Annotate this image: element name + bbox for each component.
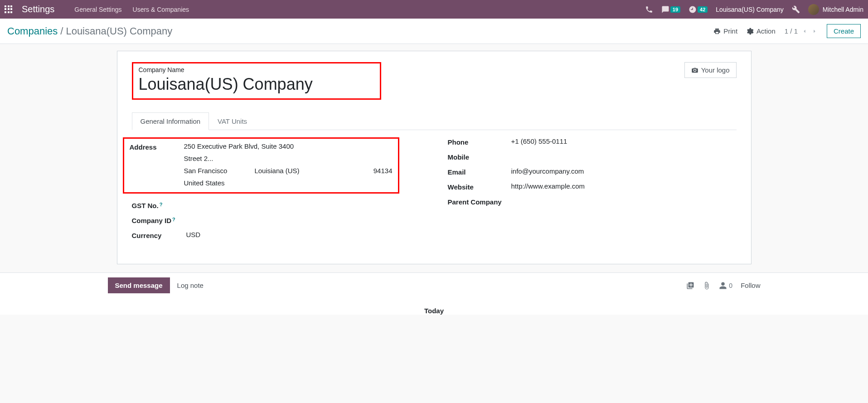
camera-icon (691, 67, 698, 74)
tab-vat-units[interactable]: VAT Units (209, 112, 256, 130)
address-street2[interactable]: Street 2... (184, 155, 393, 162)
messages-icon[interactable]: 19 (661, 5, 680, 14)
menu-users-companies[interactable]: Users & Companies (133, 6, 189, 13)
email-value[interactable]: info@yourcompany.com (511, 167, 737, 176)
website-value[interactable]: http://www.example.com (511, 182, 737, 191)
company-name-box: Company Name Louisana(US) Company (132, 62, 381, 100)
address-box: Address 250 Executive Park Blvd, Suite 3… (123, 137, 399, 194)
address-label: Address (130, 142, 184, 187)
address-country[interactable]: United States (184, 179, 393, 187)
followers-icon[interactable]: 0 (719, 282, 732, 290)
action-label: Action (756, 27, 776, 35)
pager-next-icon[interactable] (811, 28, 818, 34)
your-logo-button[interactable]: Your logo (684, 62, 737, 78)
messages-badge: 19 (670, 6, 680, 13)
tab-general-information[interactable]: General Information (132, 112, 209, 130)
send-message-button[interactable]: Send message (108, 277, 170, 293)
company-id-value[interactable] (186, 216, 421, 224)
your-logo-label: Your logo (701, 66, 730, 74)
gst-label: GST No.? (132, 201, 186, 209)
phone-label: Phone (448, 137, 511, 146)
email-label: Email (448, 167, 511, 176)
activities-badge: 42 (698, 6, 708, 13)
action-button[interactable]: Action (747, 27, 776, 35)
company-id-label: Company ID? (132, 216, 186, 224)
breadcrumb-current: Louisana(US) Company (66, 25, 172, 37)
app-title[interactable]: Settings (22, 4, 54, 15)
control-panel: Companies / Louisana(US) Company Print A… (0, 19, 868, 44)
mobile-label: Mobile (448, 152, 511, 161)
print-button[interactable]: Print (713, 27, 737, 35)
log-note-button[interactable]: Log note (170, 277, 211, 293)
tabs: General Information VAT Units (132, 112, 737, 130)
print-label: Print (723, 27, 737, 35)
address-street[interactable]: 250 Executive Park Blvd, Suite 3400 (184, 142, 393, 150)
parent-company-value[interactable] (520, 197, 737, 206)
pager: 1 / 1 (785, 27, 818, 35)
company-switcher[interactable]: Louisana(US) Company (716, 6, 783, 13)
gst-value[interactable] (186, 201, 421, 209)
parent-company-label: Parent Company (448, 197, 520, 206)
activities-icon[interactable]: 42 (689, 5, 708, 14)
top-navbar: Settings General Settings Users & Compan… (0, 0, 868, 19)
phone-value[interactable]: +1 (650) 555-0111 (511, 137, 737, 146)
create-button[interactable]: Create (827, 24, 861, 38)
mobile-value[interactable] (511, 152, 737, 161)
breadcrumb-separator: / (60, 25, 63, 37)
apps-icon[interactable] (5, 5, 13, 14)
address-state[interactable]: Louisiana (US) (254, 167, 299, 175)
user-name: Mitchell Admin (823, 6, 863, 13)
user-menu[interactable]: Mitchell Admin (808, 4, 863, 15)
currency-label: Currency (132, 231, 186, 239)
chatter: Send message Log note 0 Follow Today (0, 272, 868, 315)
breadcrumb: Companies / Louisana(US) Company (7, 25, 172, 37)
pager-prev-icon[interactable] (801, 28, 808, 34)
pager-text: 1 / 1 (785, 27, 798, 35)
followers-count: 0 (729, 282, 732, 289)
company-name-value[interactable]: Louisana(US) Company (139, 74, 374, 94)
help-icon[interactable]: ? (172, 217, 175, 222)
avatar (808, 4, 819, 15)
debug-icon[interactable] (792, 5, 800, 14)
help-icon[interactable]: ? (160, 202, 163, 207)
form-sheet: Company Name Louisana(US) Company Your l… (117, 51, 752, 264)
attachment-clip-icon[interactable] (703, 282, 711, 290)
address-zip[interactable]: 94134 (373, 167, 393, 175)
attachments-icon[interactable] (686, 282, 694, 290)
company-name-label: Company Name (139, 66, 374, 73)
menu-general-settings[interactable]: General Settings (74, 6, 121, 13)
follow-button[interactable]: Follow (741, 282, 760, 289)
currency-value[interactable]: USD (186, 231, 421, 239)
today-separator: Today (0, 298, 868, 315)
voip-icon[interactable] (645, 5, 653, 14)
address-city[interactable]: San Francisco (184, 167, 228, 175)
breadcrumb-root[interactable]: Companies (7, 25, 58, 37)
website-label: Website (448, 182, 511, 191)
